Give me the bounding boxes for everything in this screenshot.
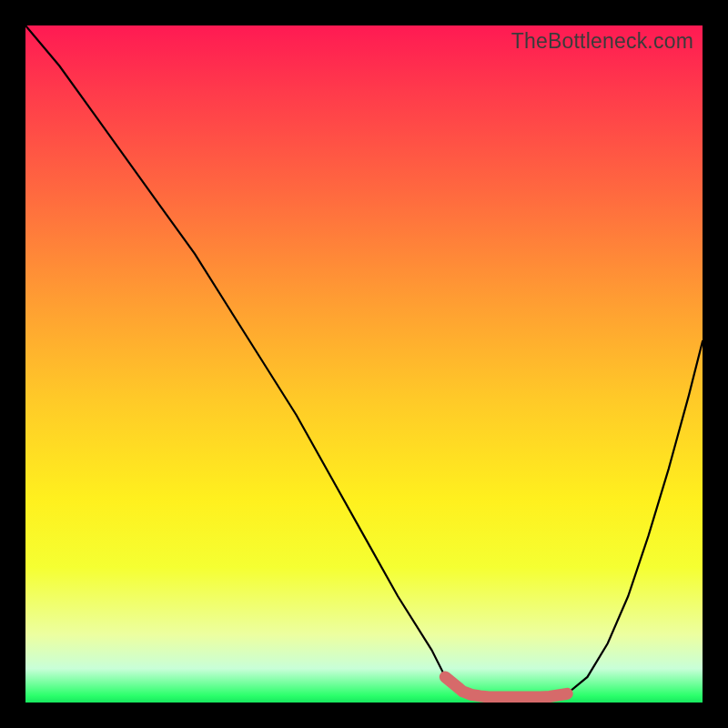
bottleneck-curve-line xyxy=(25,25,703,697)
curve-svg xyxy=(25,25,703,703)
plot-area: TheBottleneck.com xyxy=(25,25,703,703)
watermark-text: TheBottleneck.com xyxy=(511,29,693,54)
chart-frame: TheBottleneck.com xyxy=(0,0,728,728)
highlight-segment xyxy=(445,677,567,697)
